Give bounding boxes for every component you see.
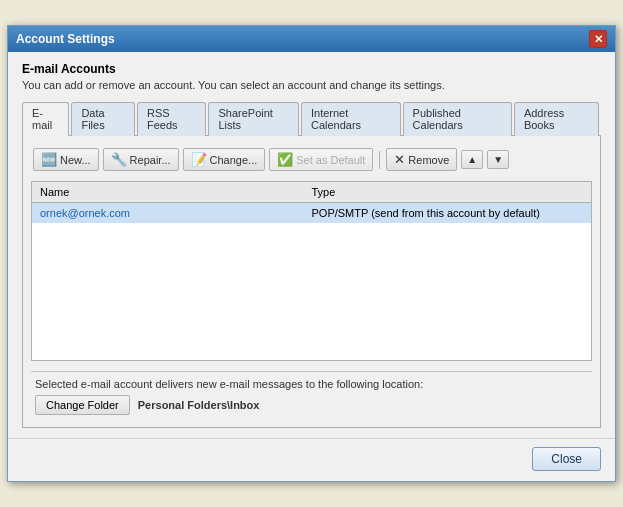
col-header-type: Type <box>312 186 584 198</box>
dialog-body: E-mail Accounts You can add or remove an… <box>8 52 615 438</box>
tab-published-calendars[interactable]: Published Calendars <box>403 102 512 136</box>
section-description: You can add or remove an account. You ca… <box>22 79 601 91</box>
new-icon: 🆕 <box>41 152 57 167</box>
dialog-footer: Close <box>8 438 615 481</box>
tab-sharepoint[interactable]: SharePoint Lists <box>208 102 298 136</box>
remove-icon: ✕ <box>394 152 405 167</box>
section-title: E-mail Accounts <box>22 62 601 76</box>
account-list-header: Name Type <box>32 182 591 203</box>
close-button[interactable]: Close <box>532 447 601 471</box>
tab-internet-calendars[interactable]: Internet Calendars <box>301 102 401 136</box>
bottom-label: Selected e-mail account delivers new e-m… <box>35 378 588 390</box>
title-bar-close-button[interactable]: ✕ <box>589 30 607 48</box>
remove-button[interactable]: ✕ Remove <box>386 148 457 171</box>
account-type: POP/SMTP (send from this account by defa… <box>312 207 584 219</box>
down-arrow-icon: ▼ <box>493 154 503 165</box>
tab-email[interactable]: E-mail <box>22 102 69 136</box>
tab-rss-feeds[interactable]: RSS Feeds <box>137 102 206 136</box>
toolbar-divider <box>379 151 380 169</box>
new-button[interactable]: 🆕 New... <box>33 148 99 171</box>
account-name: ornek@ornek.com <box>40 207 312 219</box>
repair-icon: 🔧 <box>111 152 127 167</box>
change-button[interactable]: 📝 Change... <box>183 148 266 171</box>
tab-data-files[interactable]: Data Files <box>71 102 135 136</box>
dialog-title: Account Settings <box>16 32 115 46</box>
tab-address-books[interactable]: Address Books <box>514 102 599 136</box>
col-header-name: Name <box>40 186 312 198</box>
title-bar: Account Settings ✕ <box>8 26 615 52</box>
account-settings-dialog: Account Settings ✕ E-mail Accounts You c… <box>7 25 616 482</box>
move-up-button[interactable]: ▲ <box>461 150 483 169</box>
move-down-button[interactable]: ▼ <box>487 150 509 169</box>
tab-bar: E-mail Data Files RSS Feeds SharePoint L… <box>22 101 601 136</box>
bottom-row: Change Folder Personal Folders\Inbox <box>35 395 588 415</box>
account-list[interactable]: Name Type ornek@ornek.com POP/SMTP (send… <box>31 181 592 361</box>
folder-path: Personal Folders\Inbox <box>138 399 260 411</box>
tab-content-email: 🆕 New... 🔧 Repair... 📝 Change... ✅ Set a… <box>22 136 601 428</box>
up-arrow-icon: ▲ <box>467 154 477 165</box>
account-row[interactable]: ornek@ornek.com POP/SMTP (send from this… <box>32 203 591 223</box>
change-folder-button[interactable]: Change Folder <box>35 395 130 415</box>
accounts-toolbar: 🆕 New... 🔧 Repair... 📝 Change... ✅ Set a… <box>31 144 592 175</box>
repair-button[interactable]: 🔧 Repair... <box>103 148 179 171</box>
set-default-button[interactable]: ✅ Set as Default <box>269 148 373 171</box>
bottom-section: Selected e-mail account delivers new e-m… <box>31 371 592 419</box>
set-default-icon: ✅ <box>277 152 293 167</box>
change-icon: 📝 <box>191 152 207 167</box>
